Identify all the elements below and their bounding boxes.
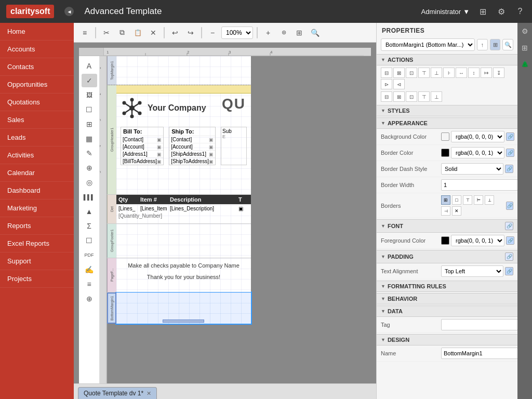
action-extra-4[interactable]: ⊤ <box>418 91 430 102</box>
side-gear-icon[interactable]: ⚙ <box>518 25 531 37</box>
line-tool-button[interactable]: ✎ <box>82 147 97 160</box>
text-alignment-link-button[interactable]: 🔗 <box>505 267 513 275</box>
border-color-select[interactable]: rgba(0, 0, 0, 1) <box>451 147 504 158</box>
sidebar-item-home[interactable]: Home <box>0 23 74 41</box>
sidebar-item-calendar[interactable]: Calendar <box>0 164 74 182</box>
border-color-link-button[interactable]: 🔗 <box>506 149 514 157</box>
delete-button[interactable]: ✕ <box>147 26 160 39</box>
subreport-button[interactable]: ⊛ <box>277 26 290 39</box>
collapse-sidebar-button[interactable]: ◄ <box>64 7 74 16</box>
border-left-button[interactable]: ⊣ <box>441 206 450 216</box>
list-tool-button[interactable]: ≡ <box>82 277 97 291</box>
background-color-swatch[interactable] <box>441 132 449 141</box>
zoom-select[interactable]: 100% 50% 75% 125% 150% <box>221 26 253 39</box>
foreground-color-link-button[interactable]: 🔗 <box>506 236 514 245</box>
foreground-color-select[interactable]: rgba(0, 0, 0, 1) <box>451 235 504 246</box>
border-outer-button[interactable]: □ <box>452 195 461 205</box>
styles-section-header[interactable]: ▼ STYLES <box>377 105 517 116</box>
action-dist-v[interactable]: ↕ <box>468 68 480 78</box>
sidebar-item-excel-reports[interactable]: Excel Reports <box>0 235 74 252</box>
border-color-swatch[interactable] <box>441 149 449 157</box>
circle-tool-button[interactable]: ◎ <box>82 176 97 189</box>
zoom-button[interactable]: 🔍 <box>308 26 322 39</box>
detail-content[interactable]: Qty Item # Description T [Lines_ <box>116 195 251 223</box>
group-header-content[interactable]: Your Company QU Bill To: <box>116 85 251 194</box>
action-extra-2[interactable]: ⊠ <box>393 91 405 102</box>
selection-handle[interactable] <box>163 320 204 323</box>
tag-input[interactable] <box>441 319 517 330</box>
side-layers-icon[interactable]: ⊞ <box>518 42 531 54</box>
action-dist-h[interactable]: ↔ <box>456 68 467 78</box>
tab-quote-template[interactable]: Quote Template dv 1* ✕ <box>78 387 157 399</box>
sidebar-item-leads[interactable]: Leads <box>0 129 74 147</box>
action-size-v[interactable]: ↧ <box>493 68 504 78</box>
text-tool-button[interactable]: A <box>82 59 97 73</box>
action-extra-5[interactable]: ⊥ <box>431 91 442 102</box>
pdf-tool-button[interactable]: PDF <box>82 248 97 262</box>
check-tool-button[interactable]: ✓ <box>82 74 97 87</box>
border-top-button[interactable]: ⊤ <box>463 195 472 205</box>
action-top-align[interactable]: ⊤ <box>418 68 430 78</box>
border-dash-style-select[interactable]: Solid Dashed Dotted <box>441 163 503 175</box>
appearance-section-header[interactable]: ▼ APPEARANCE <box>377 117 517 129</box>
foreground-color-swatch[interactable] <box>441 236 449 245</box>
side-tree-icon[interactable]: 🌲 <box>518 58 531 71</box>
action-extra-3[interactable]: ⊡ <box>406 91 417 102</box>
font-link-button[interactable]: 🔗 <box>505 222 513 230</box>
border-all-button[interactable]: ⊞ <box>441 195 450 205</box>
sort-asc-button[interactable]: ↑ <box>477 39 488 50</box>
grid-tool-button[interactable]: ⊞ <box>82 117 97 131</box>
background-color-link-button[interactable]: 🔗 <box>506 132 514 141</box>
background-color-select[interactable]: rgba(0, 0, 0, 0) <box>451 131 504 142</box>
search-properties-button[interactable]: 🔍 <box>502 39 513 50</box>
border-none-button[interactable]: ✕ <box>452 206 461 216</box>
template-canvas[interactable]: TopMargin1 GroupHeader1 <box>107 56 251 383</box>
font-section-header[interactable]: ▼ FONT 🔗 <box>377 219 517 233</box>
sidebar-item-projects[interactable]: Projects <box>0 270 74 288</box>
canvas-area[interactable]: 1 2 3 4 <box>74 43 376 383</box>
border-bottom-button[interactable]: ⊥ <box>485 195 494 205</box>
page-footer-content[interactable]: Make all checks payable to Company Name … <box>116 258 251 292</box>
chart-tool-button[interactable]: ▲ <box>82 205 97 218</box>
name-input[interactable] <box>441 348 517 359</box>
element-selector[interactable]: BottomMargin1 (Bottom Mar...) <box>381 38 475 51</box>
crosshair-tool-button[interactable]: ⊕ <box>82 161 97 175</box>
sidebar-item-contacts[interactable]: Contacts <box>0 58 74 76</box>
border-width-input[interactable] <box>441 179 517 191</box>
action-middle-align[interactable]: ⊥ <box>431 68 442 78</box>
behavior-section-header[interactable]: ▼ BEHAVIOR <box>377 293 517 304</box>
settings-icon[interactable]: ⚙ <box>496 6 507 17</box>
group-footer-content[interactable] <box>116 224 251 258</box>
barcode-tool-button[interactable]: ▌▌▌ <box>82 190 97 204</box>
rect-tool-button[interactable]: ☐ <box>82 103 97 116</box>
action-extra-1[interactable]: ⊟ <box>381 91 392 102</box>
borders-link-button[interactable]: 🔗 <box>506 202 513 210</box>
table-tool-button[interactable]: ▦ <box>82 132 97 145</box>
sidebar-item-quotations[interactable]: Quotations <box>0 94 74 111</box>
design-section-header[interactable]: ▼ DESIGN <box>377 334 517 345</box>
data-section-header[interactable]: ▼ DATA <box>377 305 517 317</box>
border-right-button[interactable]: ⊢ <box>474 195 483 205</box>
grid-view-button[interactable]: ⊞ <box>490 39 501 50</box>
memo-tool-button[interactable]: ☐ <box>82 234 97 247</box>
sidebar-item-dashboard[interactable]: Dashboard <box>0 182 74 200</box>
admin-menu-button[interactable]: Administrator ▼ <box>421 8 470 16</box>
actions-section-header[interactable]: ▼ ACTIONS <box>377 54 517 65</box>
sign-tool-button[interactable]: ✍ <box>82 263 97 276</box>
sidebar-item-support[interactable]: Support <box>0 252 74 270</box>
grid-icon[interactable]: ⊞ <box>477 6 488 17</box>
subreport-tool-button[interactable]: ⊕ <box>82 292 97 305</box>
text-alignment-select[interactable]: Top Left Top Center Top Right Middle Lef… <box>441 265 503 277</box>
image-tool-button[interactable]: 🖼 <box>82 88 97 102</box>
tab-close-button[interactable]: ✕ <box>147 390 151 397</box>
paste-button[interactable]: 📋 <box>131 26 144 39</box>
sidebar-item-activities[interactable]: Activities <box>0 147 74 164</box>
sidebar-item-reports[interactable]: Reports <box>0 217 74 235</box>
action-send-back[interactable]: ⊲ <box>393 79 405 89</box>
sum-tool-button[interactable]: Σ <box>82 219 97 233</box>
copy-button[interactable]: ⧉ <box>115 26 129 39</box>
sidebar-item-accounts[interactable]: Accounts <box>0 41 74 58</box>
action-align-center[interactable]: ⊠ <box>393 68 405 78</box>
formatting-rules-section-header[interactable]: ▼ FORMATTING RULES <box>377 281 517 292</box>
fit-button[interactable]: ⊞ <box>292 26 306 39</box>
